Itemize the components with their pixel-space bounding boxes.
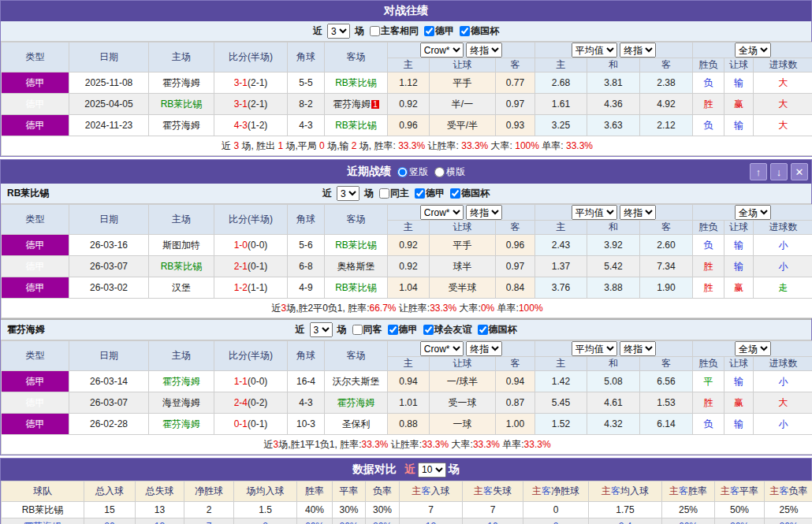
handicap-result-cell: 输: [724, 256, 754, 277]
goals-result-cell: 小: [754, 414, 812, 435]
h2h-match-count-select[interactable]: 3: [327, 24, 350, 39]
near-label: 近: [313, 24, 322, 38]
filter-club-friendly[interactable]: 球会友谊: [420, 323, 472, 336]
team1-table: 类型 日期 主场 比分(半场) 角球 客场 Crow* 终指 平均值 终指: [1, 204, 812, 318]
avg-select[interactable]: 平均值: [572, 205, 617, 220]
odds-final-select[interactable]: 终指: [466, 341, 502, 356]
filter-dfb-cup[interactable]: 德国杯: [456, 24, 499, 38]
stat-cell: 7: [400, 502, 463, 518]
stat-cell: 2: [234, 518, 297, 524]
same-home-checkbox[interactable]: [379, 188, 389, 199]
layout-horizontal-option[interactable]: 横版: [434, 165, 465, 179]
handicap-line-cell: 半/一: [430, 94, 496, 115]
league-cell: 德甲: [2, 235, 69, 256]
compare-title-bar: 数据对比 近 10 场: [1, 459, 811, 481]
bundesliga-checkbox[interactable]: [424, 26, 434, 36]
filter-bundesliga[interactable]: 德甲: [385, 323, 418, 336]
close-button[interactable]: ✕: [791, 163, 808, 180]
col-ha-goal-diff: 主客净胜球: [523, 481, 589, 502]
bundesliga-checkbox[interactable]: [415, 188, 425, 199]
home-team-cell: RB莱比锡: [149, 256, 214, 277]
dfb-cup-checkbox[interactable]: [450, 188, 460, 199]
score-cell: 2-1(0-1): [214, 256, 288, 277]
odds-final-select[interactable]: 终指: [466, 205, 502, 220]
team1-match-count-select[interactable]: 3: [337, 186, 359, 201]
dfb-cup-checkbox[interactable]: [460, 26, 470, 36]
avg-away-cell: 7.34: [640, 256, 693, 277]
corner-cell: 6-8: [288, 256, 325, 277]
odds-away-cell: 0.87: [496, 392, 535, 414]
stat-cell: 20%: [333, 518, 366, 524]
sub-avg-away: 客: [640, 357, 693, 371]
sub-avg-draw: 和: [587, 58, 640, 72]
sub-home: 主: [388, 58, 430, 72]
stat-cell: 60%: [297, 518, 333, 524]
bundesliga-checkbox[interactable]: [388, 325, 398, 335]
avg-draw-cell: 5.08: [587, 371, 640, 392]
window-buttons: ↑ ↓ ✕: [750, 163, 808, 180]
compare-match-count-select[interactable]: 10: [418, 463, 446, 478]
avg-final-select[interactable]: 终指: [620, 205, 656, 220]
move-down-button[interactable]: ↓: [770, 163, 788, 180]
filter-dfb-cup[interactable]: 德国杯: [447, 187, 490, 200]
corner-cell: 5-6: [288, 235, 325, 256]
col-away: 客场: [325, 341, 388, 371]
avg-final-select[interactable]: 终指: [620, 341, 656, 356]
col-corner: 角球: [288, 205, 325, 235]
stat-cell: 30%: [333, 502, 366, 518]
avg-select-group: 平均值 终指: [535, 341, 693, 357]
compare-row: 霍芬海姆 20 13 7 2 60% 20% 20% 12 10 2 2.4 6…: [2, 518, 812, 524]
club-friendly-checkbox[interactable]: [423, 325, 434, 335]
stat-cell: 40%: [297, 502, 333, 518]
fulltime-select[interactable]: 全场: [735, 341, 771, 356]
data-compare-section: 数据对比 近 10 场 球队 总入球 总失球 净胜球 场均入球 胜率 平率 负率…: [0, 458, 812, 524]
col-ha-goals: 主客入球: [400, 481, 463, 502]
col-ha-draw-rate: 主客平率: [715, 481, 765, 502]
corner-cell: 4-3: [288, 392, 325, 414]
col-away: 客场: [325, 205, 388, 235]
fulltime-select[interactable]: 全场: [735, 43, 771, 58]
sub-handicap-result: 让球: [724, 58, 754, 72]
odds-final-select[interactable]: 终指: [466, 43, 502, 58]
col-corner: 角球: [288, 341, 325, 371]
avg-final-select[interactable]: 终指: [620, 43, 656, 58]
filter-same-away[interactable]: 同客: [349, 323, 382, 336]
sub-home: 主: [388, 221, 430, 235]
avg-select[interactable]: 平均值: [572, 43, 617, 58]
filter-dfb-cup[interactable]: 德国杯: [475, 323, 517, 336]
move-up-button[interactable]: ↑: [750, 163, 767, 180]
stat-cell: 7: [184, 518, 234, 524]
score-cell: 4-3(1-2): [214, 115, 288, 136]
corner-cell: 10-3: [288, 414, 325, 435]
stat-cell: 20: [84, 518, 136, 524]
avg-select[interactable]: 平均值: [572, 341, 617, 356]
fulltime-select[interactable]: 全场: [735, 205, 771, 220]
avg-draw-cell: 4.61: [587, 392, 640, 414]
team2-match-count-select[interactable]: 3: [310, 322, 333, 337]
sub-away: 客: [496, 58, 535, 72]
home-team-cell: 斯图加特: [149, 235, 214, 256]
filter-bundesliga[interactable]: 德甲: [412, 187, 445, 200]
odds-company-select[interactable]: Crow*: [420, 205, 464, 220]
avg-home-cell: 3.25: [535, 115, 587, 136]
avg-home-cell: 1.42: [535, 371, 587, 392]
horizontal-radio[interactable]: [434, 167, 445, 177]
same-away-checkbox[interactable]: [352, 325, 363, 335]
col-ha-conceded: 主客失球: [463, 481, 523, 502]
away-team-cell: 霍芬海姆1: [325, 94, 388, 115]
dfb-cup-checkbox[interactable]: [478, 325, 488, 335]
recent-title: 近期战绩: [347, 165, 391, 179]
filter-same-venue[interactable]: 主客相同: [367, 24, 419, 38]
filter-same-home[interactable]: 同主: [376, 187, 409, 200]
layout-vertical-option[interactable]: 竖版: [397, 165, 428, 179]
stat-cell: 25%: [662, 502, 715, 518]
result-cell: 负: [693, 235, 724, 256]
filter-bundesliga[interactable]: 德甲: [421, 24, 454, 38]
odds-company-select[interactable]: Crow*: [420, 43, 464, 58]
odds-away-cell: 0.96: [496, 235, 535, 256]
head-to-head-section: 对战往绩 近 3 场 主客相同 德甲 德国杯 类型 日期 主场 比分(半场) 角…: [0, 0, 812, 157]
sub-away: 客: [496, 357, 535, 371]
same-venue-checkbox[interactable]: [370, 26, 380, 36]
vertical-radio[interactable]: [397, 167, 408, 177]
odds-company-select[interactable]: Crow*: [420, 341, 464, 356]
